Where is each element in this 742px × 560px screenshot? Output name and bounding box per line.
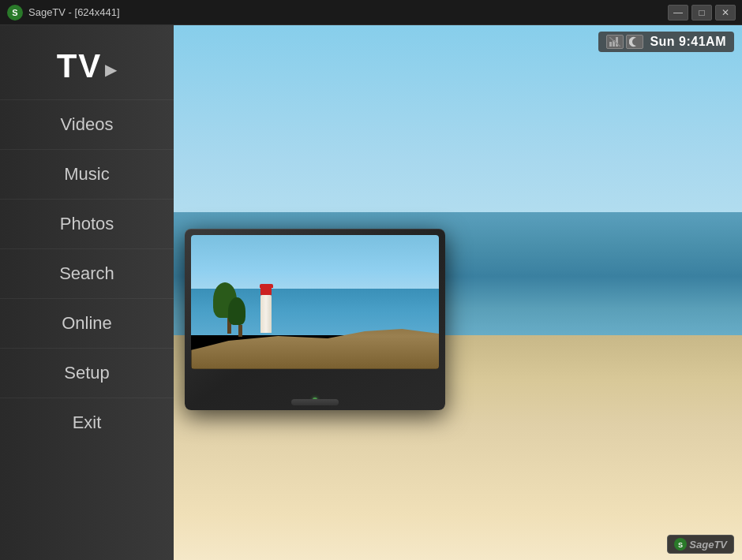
sidebar-item-setup[interactable]: Setup <box>0 348 174 398</box>
lighthouse-top <box>260 288 272 295</box>
monitor-frame <box>185 229 445 410</box>
status-bar: Sun 9:41AM <box>598 32 734 52</box>
app-logo: S <box>6 4 24 21</box>
moon-icon <box>626 35 643 49</box>
sagetv-logo-icon: S <box>674 538 687 551</box>
sidebar-item-search[interactable]: Search <box>0 248 174 298</box>
monitor-screen <box>191 235 439 369</box>
sidebar-item-tv[interactable]: TV ▶ <box>0 33 174 99</box>
tv-monitor <box>185 229 445 410</box>
sidebar: TV ▶ Videos Music Photos Search Online S… <box>0 25 174 560</box>
signal-icon <box>606 35 624 49</box>
sagetv-branding: S SageTV <box>667 535 734 554</box>
window-title: SageTV - [624x441] <box>28 6 668 18</box>
tree-right <box>236 297 245 337</box>
title-bar: S SageTV - [624x441] — □ ✕ <box>0 0 742 25</box>
svg-text:S: S <box>12 8 17 17</box>
sidebar-item-photos[interactable]: Photos <box>0 199 174 248</box>
window-controls: — □ ✕ <box>668 5 736 21</box>
status-icons <box>606 35 643 49</box>
monitor-stand <box>291 399 339 405</box>
maximize-button[interactable]: □ <box>691 5 712 21</box>
sidebar-item-music[interactable]: Music <box>0 149 174 199</box>
main-container: TV ▶ Videos Music Photos Search Online S… <box>0 25 742 560</box>
tv-arrow-icon: ▶ <box>105 60 117 79</box>
minimize-button[interactable]: — <box>668 5 688 21</box>
lighthouse <box>260 284 272 331</box>
close-button[interactable]: ✕ <box>715 5 736 21</box>
content-area: Sun 9:41AM <box>174 25 742 560</box>
status-time: Sun 9:41AM <box>650 35 726 49</box>
svg-rect-2 <box>609 42 612 47</box>
svg-text:S: S <box>678 541 683 549</box>
tv-label: TV <box>57 47 103 85</box>
sidebar-item-online[interactable]: Online <box>0 298 174 348</box>
svg-rect-4 <box>616 37 618 47</box>
sidebar-item-exit[interactable]: Exit <box>0 398 174 447</box>
sagetv-logo-text: SageTV <box>689 539 727 551</box>
lighthouse-body <box>260 295 272 333</box>
sidebar-item-videos[interactable]: Videos <box>0 99 174 149</box>
